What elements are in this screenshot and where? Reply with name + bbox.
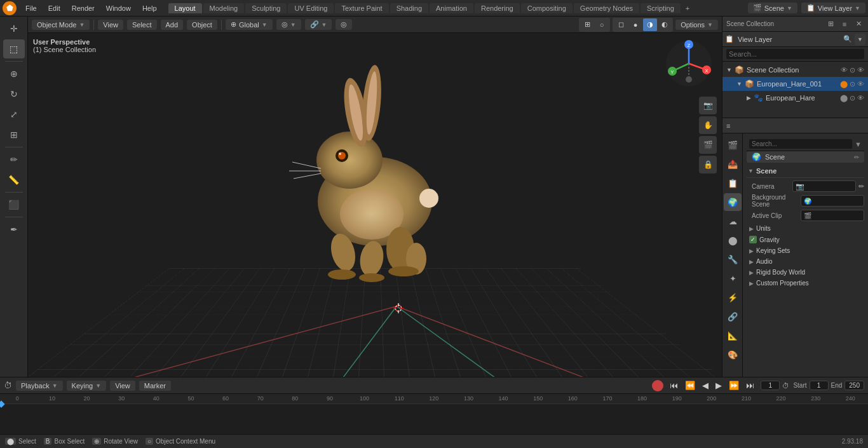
move-tool[interactable]: ⊕ bbox=[3, 64, 25, 83]
props-tab-scene[interactable]: 🌍 bbox=[724, 193, 742, 211]
clock-icon[interactable]: ⏱ bbox=[782, 382, 789, 390]
custom-properties-section[interactable]: ▶ Custom Properties bbox=[747, 278, 864, 288]
scene-section-header[interactable]: ▼ Scene bbox=[747, 165, 864, 178]
lock-icon[interactable]: 🔒 bbox=[699, 156, 717, 173]
cursor-tool[interactable]: ✛ bbox=[3, 19, 25, 38]
props-search-input[interactable] bbox=[749, 139, 852, 149]
proportional-btn[interactable]: ◎ bbox=[336, 19, 352, 30]
measure-tool[interactable]: 📏 bbox=[3, 170, 25, 189]
props-tab-world[interactable]: ☁ bbox=[724, 212, 742, 230]
tab-modeling[interactable]: Modeling bbox=[203, 3, 245, 13]
wireframe-btn[interactable]: ◻ bbox=[614, 18, 628, 31]
scale-tool[interactable]: ⤢ bbox=[3, 105, 25, 124]
outliner-filter-icon[interactable]: ⊞ bbox=[825, 18, 836, 30]
outliner-close-icon[interactable]: ✕ bbox=[853, 18, 864, 30]
tab-compositing[interactable]: Compositing bbox=[521, 3, 573, 13]
rotate-tool[interactable]: ↻ bbox=[3, 85, 25, 104]
object-mode-btn[interactable]: Object Mode ▼ bbox=[32, 20, 90, 30]
menu-edit[interactable]: Edit bbox=[43, 3, 65, 13]
props-tab-particles[interactable]: ✦ bbox=[724, 269, 742, 287]
jump-start-btn[interactable]: ⏮ bbox=[667, 379, 681, 391]
play-reverse-btn[interactable]: ◀ bbox=[700, 379, 711, 391]
add-workspace-button[interactable]: + bbox=[682, 3, 693, 13]
camera-edit-icon[interactable]: ✏ bbox=[858, 182, 864, 191]
keying-btn[interactable]: Keying ▼ bbox=[67, 381, 107, 391]
props-tab-render[interactable]: 🎬 bbox=[724, 136, 742, 154]
add-menu-btn[interactable]: Add bbox=[161, 20, 184, 30]
transform-selector[interactable]: ⊕ Global ▼ bbox=[226, 19, 273, 30]
outliner-item-hare001[interactable]: ▼ 📦 European_Hare_001 ⬤ ⊙ 👁 bbox=[722, 77, 868, 91]
keying-sets-section[interactable]: ▶ Keying Sets bbox=[747, 245, 864, 256]
show-gizmos-btn[interactable]: ⊞ bbox=[580, 18, 594, 31]
render-icon[interactable]: 🎬 bbox=[699, 136, 717, 154]
tab-scripting[interactable]: Scripting bbox=[641, 3, 681, 13]
audio-section[interactable]: ▶ Audio bbox=[747, 256, 864, 267]
camera-view-icon[interactable]: 📷 bbox=[699, 97, 717, 114]
next-keyframe-btn[interactable]: ⏩ bbox=[726, 379, 742, 391]
props-filter-icon[interactable]: ▼ bbox=[855, 140, 862, 148]
outliner-search-input[interactable] bbox=[726, 49, 864, 59]
eye-action[interactable]: 👁 bbox=[841, 66, 848, 74]
timeline-icon[interactable]: ⏱ bbox=[4, 381, 12, 390]
viewport-canvas[interactable]: User Perspective (1) Scene Collection Z … bbox=[28, 33, 722, 377]
props-tab-material[interactable]: 🎨 bbox=[724, 346, 742, 363]
hare001-eye-action[interactable]: 👁 bbox=[857, 80, 864, 88]
props-tab-output[interactable]: 📤 bbox=[724, 155, 742, 173]
menu-file[interactable]: File bbox=[20, 3, 42, 13]
outliner-item-hare[interactable]: ▶ 🐾 European_Hare ⬤ ⊙ 👁 bbox=[722, 91, 868, 105]
annotate-tool[interactable]: ✏ bbox=[3, 150, 25, 169]
hare001-render-action[interactable]: ⬤ bbox=[840, 80, 848, 88]
pivot-selector[interactable]: ◎ ▼ bbox=[276, 19, 301, 30]
scene-collection-expand[interactable]: ▼ bbox=[726, 67, 732, 73]
hare001-select-action[interactable]: ⊙ bbox=[850, 80, 855, 88]
hare-eye-action[interactable]: 👁 bbox=[857, 94, 864, 102]
background-scene-field[interactable]: 🌍 bbox=[801, 195, 864, 207]
add-cube-tool[interactable]: ⬛ bbox=[3, 195, 25, 214]
tab-texture-paint[interactable]: Texture Paint bbox=[335, 3, 388, 13]
camera-field[interactable]: 📷 bbox=[792, 180, 856, 192]
tab-sculpting[interactable]: Sculpting bbox=[245, 3, 287, 13]
timeline-ruler[interactable]: 0102030405060708090100110120130140150160… bbox=[0, 394, 868, 434]
play-btn[interactable]: ▶ bbox=[713, 379, 724, 391]
outliner-toggle-icon[interactable]: ≡ bbox=[839, 18, 850, 30]
playback-btn[interactable]: Playback ▼ bbox=[16, 381, 63, 391]
view-menu-btn[interactable]: View bbox=[98, 20, 123, 30]
select-tool[interactable]: ⬚ bbox=[3, 39, 25, 58]
active-clip-field[interactable]: 🎬 bbox=[801, 210, 864, 221]
axis-gizmo[interactable]: Z X Y bbox=[663, 38, 714, 89]
start-frame-input[interactable]: 1 bbox=[810, 381, 829, 390]
units-section[interactable]: ▶ Units bbox=[747, 223, 864, 234]
tab-geometry-nodes[interactable]: Geometry Nodes bbox=[574, 3, 639, 13]
menu-window[interactable]: Window bbox=[101, 3, 136, 13]
hand-icon[interactable]: ✋ bbox=[699, 116, 717, 134]
outliner-scene-collection[interactable]: ▼ 📦 Scene Collection 👁 ⊙ 👁 bbox=[722, 63, 868, 77]
end-frame-input[interactable]: 250 bbox=[844, 381, 864, 390]
transform-tool[interactable]: ⊞ bbox=[3, 125, 25, 144]
current-frame-input[interactable]: 1 bbox=[761, 381, 780, 390]
props-tab-physics[interactable]: ⚡ bbox=[724, 288, 742, 306]
props-tab-view-layer[interactable]: 📋 bbox=[724, 174, 742, 192]
hare-select-action[interactable]: ⊙ bbox=[850, 94, 855, 102]
props-tab-object[interactable]: ⬤ bbox=[724, 231, 742, 249]
props-tab-data[interactable]: 📐 bbox=[724, 327, 742, 344]
hide-action[interactable]: 👁 bbox=[857, 66, 864, 74]
props-tab-constraints[interactable]: 🔗 bbox=[724, 308, 742, 325]
show-overlays-btn[interactable]: ○ bbox=[595, 18, 609, 31]
select-action[interactable]: ⊙ bbox=[850, 66, 855, 74]
gravity-checkbox[interactable]: ✓ bbox=[749, 236, 757, 243]
tab-rendering[interactable]: Rendering bbox=[475, 3, 520, 13]
tab-layout[interactable]: Layout bbox=[168, 3, 202, 13]
options-btn[interactable]: Options ▼ bbox=[675, 20, 718, 30]
marker-btn[interactable]: Marker bbox=[139, 381, 171, 391]
hare-expand[interactable]: ▶ bbox=[747, 95, 751, 101]
object-menu-btn[interactable]: Object bbox=[187, 20, 217, 30]
jump-end-btn[interactable]: ⏭ bbox=[743, 379, 757, 391]
hare001-expand[interactable]: ▼ bbox=[736, 81, 742, 87]
view-layer-selector[interactable]: 📋 View Layer ▼ bbox=[801, 3, 865, 13]
tab-shading[interactable]: Shading bbox=[390, 3, 428, 13]
props-tab-modifier[interactable]: 🔧 bbox=[724, 250, 742, 268]
outliner-filter-btn[interactable]: ▼ bbox=[855, 34, 865, 45]
scene-selector[interactable]: 🎬 Scene ▼ bbox=[748, 3, 797, 13]
gravity-section[interactable]: ✓ Gravity bbox=[747, 234, 864, 245]
material-preview-btn[interactable]: ◑ bbox=[643, 18, 657, 31]
